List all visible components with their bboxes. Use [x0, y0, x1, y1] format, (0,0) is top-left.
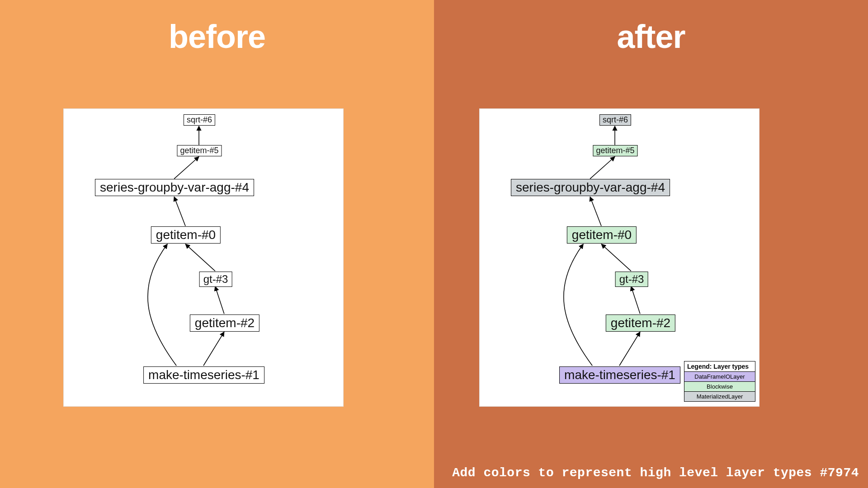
edge-agg-to-getitem5 — [590, 157, 615, 179]
graph-node-getitem0: getitem-#0 — [567, 226, 637, 244]
before-title: before — [0, 18, 434, 55]
graph-node-sqrt: sqrt-#6 — [184, 114, 215, 126]
edge-makets-to-getitem2 — [203, 332, 224, 366]
edge-getitem2-to-gt3 — [631, 286, 640, 314]
legend-item: Blockwise — [684, 381, 755, 391]
edge-makets-to-getitem0 — [564, 244, 592, 366]
legend: Legend: Layer types DataFrameIOLayer Blo… — [684, 361, 755, 402]
graph-node-getitem5: getitem-#5 — [593, 145, 637, 156]
after-panel: after sqrt-#6getitem-#5series-groupby-va… — [434, 0, 868, 488]
edge-getitem0-to-agg — [590, 197, 601, 226]
edge-makets-to-getitem2 — [619, 332, 640, 366]
edge-getitem2-to-gt3 — [215, 286, 224, 314]
before-graph: sqrt-#6getitem-#5series-groupby-var-agg-… — [63, 108, 344, 407]
edge-gt3-to-getitem0 — [185, 244, 215, 271]
edge-getitem0-to-agg — [174, 197, 185, 226]
graph-node-sqrt: sqrt-#6 — [599, 114, 631, 126]
legend-item: DataFrameIOLayer — [684, 371, 755, 381]
edge-makets-to-getitem0 — [148, 244, 176, 366]
legend-item: MaterializedLayer — [684, 391, 755, 401]
edge-gt3-to-getitem0 — [601, 244, 631, 271]
graph-node-agg: series-groupby-var-agg-#4 — [511, 179, 670, 196]
after-title: after — [434, 18, 868, 55]
after-graph: sqrt-#6getitem-#5series-groupby-var-agg-… — [479, 108, 760, 407]
graph-node-getitem5: getitem-#5 — [177, 145, 222, 156]
caption: Add colors to represent high level layer… — [452, 466, 859, 480]
before-panel: before sqrt-#6getitem-#5series-groupby-v… — [0, 0, 434, 488]
graph-node-agg: series-groupby-var-agg-#4 — [95, 179, 254, 196]
graph-node-getitem2: getitem-#2 — [190, 314, 259, 332]
graph-node-makets: make-timeseries-#1 — [143, 366, 264, 384]
graph-node-gt3: gt-#3 — [199, 272, 232, 287]
graph-node-gt3: gt-#3 — [615, 272, 648, 287]
graph-node-getitem0: getitem-#0 — [151, 226, 221, 244]
graph-node-getitem2: getitem-#2 — [606, 314, 675, 332]
legend-title: Legend: Layer types — [684, 361, 755, 371]
edge-agg-to-getitem5 — [174, 157, 199, 179]
graph-node-makets: make-timeseries-#1 — [559, 366, 680, 384]
